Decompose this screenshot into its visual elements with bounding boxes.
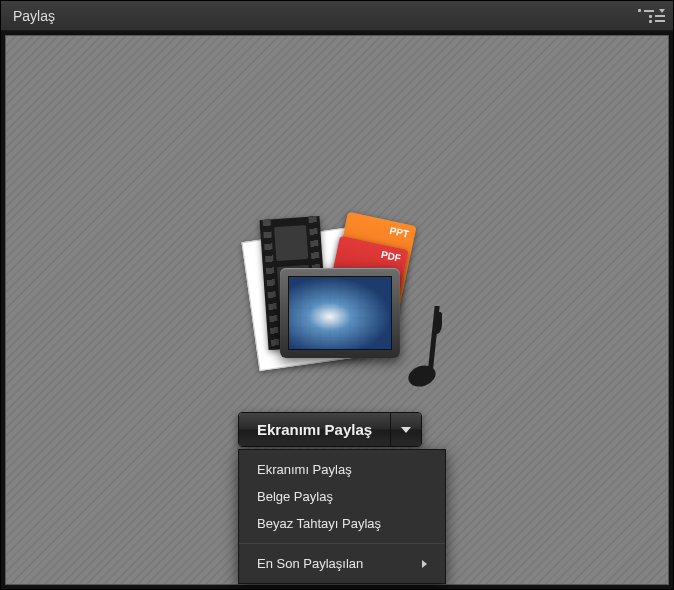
- pod-options-button[interactable]: [643, 8, 665, 24]
- menu-item-label: En Son Paylaşılan: [257, 556, 363, 571]
- chevron-right-icon: [422, 560, 427, 568]
- media-collage-icon: PPT PDF: [238, 216, 438, 406]
- menu-item-share-whiteboard[interactable]: Beyaz Tahtayı Paylaş: [239, 510, 445, 537]
- content-area: PPT PDF Ekranımı Paylaş Ekranımı Paylaş …: [5, 35, 669, 585]
- menu-separator: [239, 543, 445, 544]
- menu-item-label: Beyaz Tahtayı Paylaş: [257, 516, 381, 531]
- chevron-down-icon: [401, 427, 411, 433]
- titlebar: Paylaş: [1, 1, 673, 31]
- share-dropdown-menu: Ekranımı Paylaş Belge Paylaş Beyaz Tahta…: [238, 449, 446, 584]
- menu-item-label: Belge Paylaş: [257, 489, 333, 504]
- menu-item-recently-shared[interactable]: En Son Paylaşılan: [239, 550, 445, 577]
- music-note-icon: [396, 306, 446, 386]
- menu-item-label: Ekranımı Paylaş: [257, 462, 352, 477]
- pod-title: Paylaş: [13, 8, 55, 24]
- share-dropdown-toggle[interactable]: [391, 413, 421, 446]
- share-my-screen-button[interactable]: Ekranımı Paylaş: [239, 413, 391, 446]
- monitor-icon: [280, 268, 400, 358]
- menu-item-share-screen[interactable]: Ekranımı Paylaş: [239, 456, 445, 483]
- share-pod-window: Paylaş PPT PDF Ek: [0, 0, 674, 590]
- menu-item-share-document[interactable]: Belge Paylaş: [239, 483, 445, 510]
- share-split-button: Ekranımı Paylaş: [238, 412, 422, 447]
